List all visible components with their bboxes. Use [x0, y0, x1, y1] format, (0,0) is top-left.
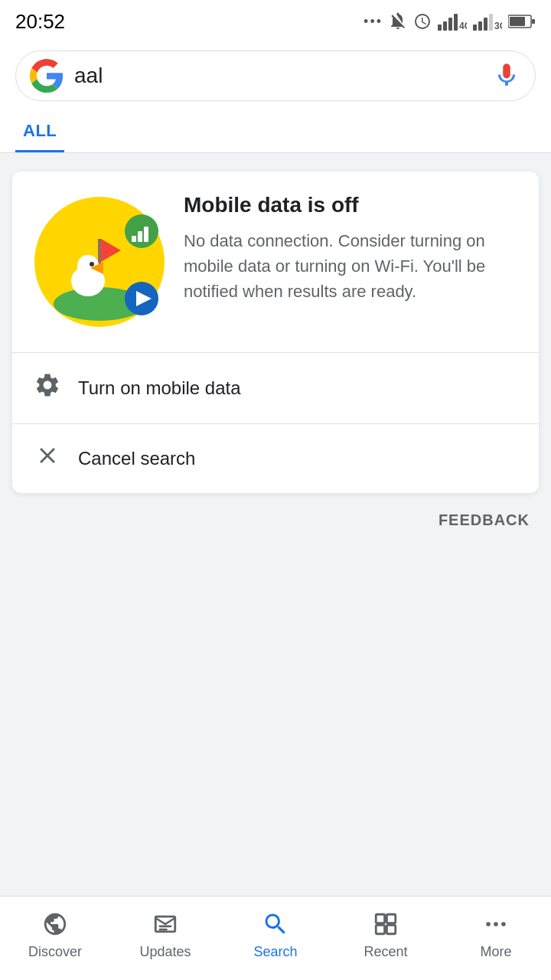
svg-point-19: [90, 262, 94, 266]
recent-icon: [373, 909, 399, 939]
nav-label-discover: Discover: [28, 944, 82, 960]
svg-point-35: [501, 922, 506, 926]
svg-rect-1: [443, 21, 447, 31]
cancel-search-action[interactable]: Cancel search: [12, 424, 539, 493]
svg-rect-2: [448, 18, 452, 31]
close-icon: [34, 443, 61, 475]
offline-illustration: [31, 193, 168, 331]
svg-rect-3: [454, 14, 458, 31]
status-icons: ••• 4G 3G: [364, 12, 536, 31]
nav-label-more: More: [480, 944, 511, 960]
search-icon: [262, 909, 289, 939]
svg-rect-28: [159, 929, 168, 931]
svg-rect-6: [478, 21, 482, 31]
svg-rect-23: [138, 231, 142, 242]
gear-icon: [34, 371, 61, 405]
signal-4g-icon: 4G: [438, 12, 467, 31]
tab-all[interactable]: ALL: [15, 109, 64, 152]
google-logo: [30, 59, 64, 93]
svg-rect-7: [484, 18, 487, 31]
card-main: Mobile data is off No data connection. C…: [12, 172, 539, 352]
svg-point-33: [486, 922, 491, 926]
cancel-search-label: Cancel search: [78, 448, 195, 469]
svg-rect-22: [132, 236, 136, 242]
nav-label-updates: Updates: [139, 944, 191, 960]
svg-rect-0: [438, 24, 442, 31]
turn-on-mobile-data-label: Turn on mobile data: [78, 377, 241, 399]
svg-point-34: [494, 922, 498, 926]
status-time: 20:52: [15, 10, 65, 34]
updates-icon: [152, 909, 178, 939]
nav-item-recent[interactable]: Recent: [336, 909, 435, 960]
nav-label-search: Search: [253, 944, 297, 960]
svg-text:4G: 4G: [459, 21, 467, 31]
tab-bar: ALL: [0, 109, 551, 153]
dots-icon: •••: [364, 14, 383, 30]
nav-label-recent: Recent: [364, 944, 407, 960]
svg-rect-5: [473, 24, 477, 31]
microphone-icon[interactable]: [492, 61, 521, 90]
svg-rect-11: [510, 17, 525, 26]
nav-item-discover[interactable]: Discover: [5, 909, 105, 960]
search-bar[interactable]: [15, 51, 536, 101]
status-bar: 20:52 ••• 4G 3G: [0, 0, 551, 40]
svg-text:3G: 3G: [494, 21, 502, 31]
search-input[interactable]: [74, 64, 492, 88]
svg-rect-24: [144, 227, 148, 242]
card-content: Mobile data is off No data connection. C…: [184, 193, 520, 304]
turn-on-mobile-data-action[interactable]: Turn on mobile data: [12, 353, 539, 423]
bottom-nav: Discover Updates Search: [0, 896, 551, 980]
offline-card: Mobile data is off No data connection. C…: [12, 172, 539, 493]
nav-item-search[interactable]: Search: [226, 909, 325, 960]
feedback-area: FEEDBACK: [0, 493, 551, 547]
svg-rect-27: [159, 925, 172, 927]
nav-item-updates[interactable]: Updates: [116, 909, 215, 960]
alarm-icon: [413, 12, 432, 31]
feedback-button[interactable]: FEEDBACK: [439, 511, 530, 529]
signal-3g-icon: 3G: [473, 12, 502, 31]
svg-rect-29: [376, 914, 384, 923]
card-description: No data connection. Consider turning on …: [184, 228, 520, 304]
discover-icon: [42, 909, 68, 939]
battery-icon: [508, 14, 536, 29]
muted-bell-icon: [389, 12, 407, 31]
svg-rect-12: [532, 19, 535, 24]
more-icon: [483, 909, 509, 939]
svg-rect-31: [376, 925, 384, 933]
nav-item-more[interactable]: More: [446, 909, 546, 960]
svg-rect-30: [386, 914, 395, 923]
search-bar-container: [0, 40, 551, 109]
card-title: Mobile data is off: [184, 193, 520, 217]
svg-rect-8: [489, 14, 493, 31]
svg-rect-32: [386, 925, 395, 933]
